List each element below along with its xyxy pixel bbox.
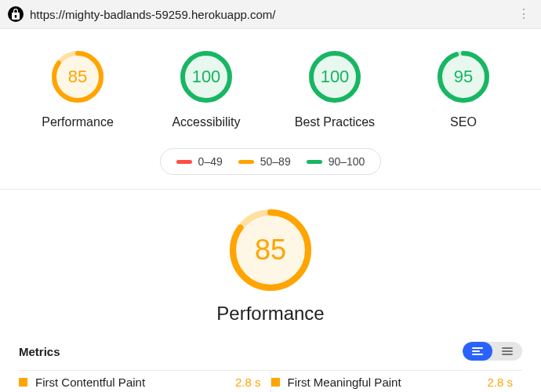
score-value: 85 xyxy=(50,49,105,104)
metrics-view-toggle xyxy=(463,342,522,361)
legend-swatch-icon xyxy=(176,160,192,164)
url-bar: https://mighty-badlands-59259.herokuapp.… xyxy=(0,0,541,29)
score-accessibility[interactable]: 100 Accessibility xyxy=(159,49,253,129)
score-legend: 0–49 50–89 90–100 xyxy=(0,148,541,175)
metric-status-icon xyxy=(19,378,27,387)
legend-range: 90–100 xyxy=(329,155,365,168)
score-seo[interactable]: 95 SEO xyxy=(416,49,510,129)
performance-score-value: 85 xyxy=(227,207,314,293)
legend-item-fail: 0–49 xyxy=(176,155,223,168)
metric-name: First Meaningful Paint xyxy=(288,376,488,389)
score-label: SEO xyxy=(450,115,477,129)
metric-status-icon xyxy=(271,378,280,387)
legend-item-average: 50–89 xyxy=(238,155,291,168)
legend-range: 0–49 xyxy=(198,155,223,168)
performance-gauge: 85 xyxy=(227,207,314,293)
legend-range: 50–89 xyxy=(260,155,291,168)
performance-section: 85 Performance Metrics First Contentful … xyxy=(0,190,541,392)
score-value: 95 xyxy=(436,49,491,104)
score-value: 100 xyxy=(307,49,362,104)
toggle-compact-button[interactable] xyxy=(492,342,522,361)
score-label: Best Practices xyxy=(295,115,375,129)
metric-value: 2.8 s xyxy=(235,376,261,389)
metrics-list: First Contentful Paint 2.8 s First Meani… xyxy=(0,364,541,392)
legend-swatch-icon xyxy=(307,160,322,164)
score-label: Performance xyxy=(42,115,114,129)
metric-name: First Contentful Paint xyxy=(35,376,235,389)
more-menu-icon[interactable]: ⋮ xyxy=(514,5,533,24)
url-text[interactable]: https://mighty-badlands-59259.herokuapp.… xyxy=(30,8,514,21)
metric-first-meaningful-paint[interactable]: First Meaningful Paint 2.8 s xyxy=(271,370,523,392)
performance-heading: Performance xyxy=(216,303,324,325)
site-identity-icon[interactable] xyxy=(8,6,24,22)
metric-first-contentful-paint[interactable]: First Contentful Paint 2.8 s xyxy=(19,370,270,392)
toggle-descriptive-button[interactable] xyxy=(463,342,492,361)
score-best-practices[interactable]: 100 Best Practices xyxy=(288,49,382,129)
score-performance[interactable]: 85 Performance xyxy=(31,49,125,129)
score-value: 100 xyxy=(179,49,234,104)
score-label: Accessibility xyxy=(172,115,240,129)
metric-value: 2.8 s xyxy=(487,376,513,389)
scores-summary: 85 Performance 100 Accessibility 100 Bes… xyxy=(0,29,541,137)
legend-swatch-icon xyxy=(238,160,254,164)
legend-item-pass: 90–100 xyxy=(307,155,365,168)
metrics-title: Metrics xyxy=(19,345,60,358)
